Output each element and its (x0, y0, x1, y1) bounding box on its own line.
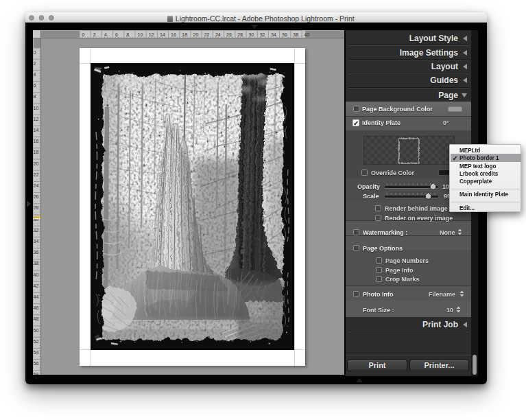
svg-text:38: 38 (293, 32, 298, 37)
svg-text:2: 2 (34, 61, 36, 66)
svg-text:0: 0 (82, 32, 85, 37)
svg-text:4: 4 (34, 72, 36, 77)
svg-text:56: 56 (34, 361, 39, 366)
svg-text:54: 54 (34, 350, 39, 355)
svg-text:28: 28 (237, 32, 243, 37)
svg-text:20: 20 (193, 32, 199, 37)
svg-text:34: 34 (34, 239, 39, 244)
svg-text:24: 24 (34, 183, 39, 188)
svg-text:46: 46 (34, 305, 39, 310)
svg-text:48: 48 (34, 316, 39, 321)
svg-text:18: 18 (182, 32, 187, 37)
svg-text:8: 8 (34, 94, 36, 99)
svg-text:16: 16 (171, 32, 176, 37)
svg-text:0: 0 (34, 50, 36, 55)
svg-text:2: 2 (93, 32, 96, 37)
svg-text:10: 10 (138, 32, 143, 37)
svg-text:32: 32 (260, 32, 265, 37)
svg-text:18: 18 (34, 150, 39, 154)
svg-text:22: 22 (34, 172, 39, 177)
svg-text:16: 16 (34, 139, 39, 143)
svg-text:58: 58 (34, 372, 39, 375)
svg-text:28: 28 (34, 205, 39, 210)
svg-text:14: 14 (160, 32, 165, 37)
svg-text:30: 30 (249, 32, 254, 37)
svg-text:10: 10 (34, 106, 39, 110)
svg-text:12: 12 (34, 117, 39, 121)
svg-text:40: 40 (304, 32, 310, 37)
svg-text:4: 4 (104, 32, 107, 37)
svg-text:38: 38 (34, 261, 39, 266)
svg-text:36: 36 (34, 250, 39, 255)
svg-text:32: 32 (34, 228, 39, 233)
svg-text:26: 26 (226, 32, 232, 37)
svg-text:8: 8 (126, 32, 129, 37)
svg-text:6: 6 (115, 32, 118, 37)
svg-text:24: 24 (215, 32, 221, 37)
svg-text:52: 52 (34, 339, 39, 344)
svg-text:36: 36 (282, 32, 287, 37)
svg-text:26: 26 (34, 194, 39, 199)
svg-text:44: 44 (34, 294, 39, 299)
svg-text:42: 42 (34, 283, 39, 288)
svg-text:40: 40 (34, 272, 39, 277)
svg-text:20: 20 (34, 161, 39, 166)
svg-text:14: 14 (34, 128, 39, 132)
svg-text:22: 22 (204, 32, 210, 37)
svg-text:34: 34 (271, 32, 276, 37)
svg-text:50: 50 (34, 328, 39, 333)
svg-text:12: 12 (149, 32, 154, 37)
svg-text:6: 6 (34, 83, 36, 88)
